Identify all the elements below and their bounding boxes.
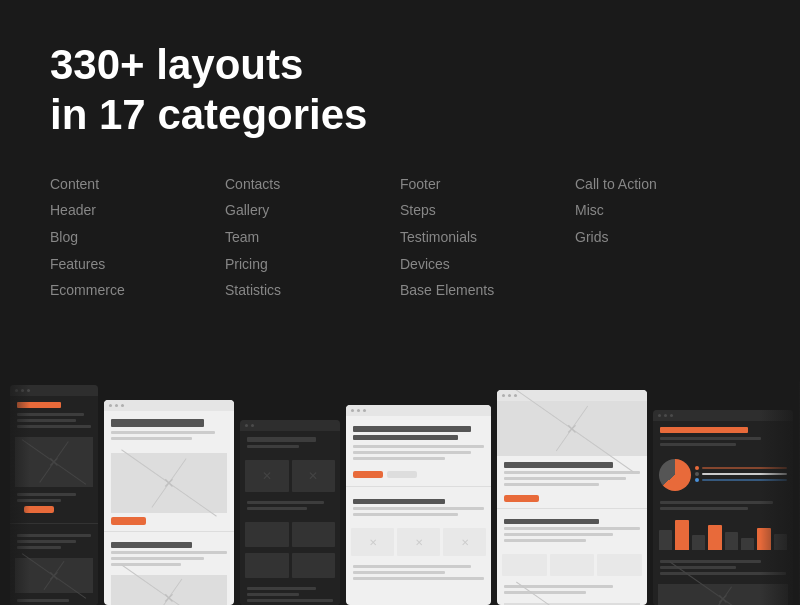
previews-section: ✕ ✕ xyxy=(0,360,800,605)
pie-chart-icon xyxy=(659,459,691,491)
fade-left xyxy=(0,360,30,605)
headline: 330+ layouts in 17 categories xyxy=(50,40,750,141)
category-item: Ecommerce xyxy=(50,277,225,304)
category-item: Content xyxy=(50,171,225,198)
category-item: Steps xyxy=(400,197,575,224)
preview-card-4[interactable]: ✕ ✕ ✕ xyxy=(346,405,491,605)
category-col-1: Content Header Blog Features Ecommerce xyxy=(50,171,225,304)
category-item: Contacts xyxy=(225,171,400,198)
category-item: Blog xyxy=(50,224,225,251)
category-item: Team xyxy=(225,224,400,251)
placeholder-icon-5: ✕ xyxy=(566,421,578,437)
placeholder-icon: ✕ xyxy=(48,454,60,470)
category-item: Devices xyxy=(400,251,575,278)
category-col-2: Contacts Gallery Team Pricing Statistics xyxy=(225,171,400,304)
placeholder-icon-2: ✕ xyxy=(48,568,60,584)
headline-line1: 330+ layouts xyxy=(50,40,750,90)
preview-card-5[interactable]: ✕ xyxy=(497,390,647,605)
category-col-3: Footer Steps Testimonials Devices Base E… xyxy=(400,171,575,304)
category-item: Grids xyxy=(575,224,750,251)
categories-grid: Content Header Blog Features Ecommerce C… xyxy=(50,171,750,324)
category-item: Features xyxy=(50,251,225,278)
category-item: Gallery xyxy=(225,197,400,224)
headline-line2: in 17 categories xyxy=(50,90,750,140)
placeholder-icon-7: ✕ xyxy=(717,591,729,605)
placeholder-icon-4: ✕ xyxy=(163,590,175,606)
category-item: Header xyxy=(50,197,225,224)
preview-card-3[interactable]: ✕ ✕ xyxy=(240,420,340,605)
cards-row: ✕ ✕ xyxy=(0,360,800,605)
category-item: Statistics xyxy=(225,277,400,304)
category-item: Call to Action xyxy=(575,171,750,198)
category-item: Misc xyxy=(575,197,750,224)
category-item: Base Elements xyxy=(400,277,575,304)
top-section: 330+ layouts in 17 categories Content He… xyxy=(0,0,800,344)
preview-card-2[interactable]: ✕ ✕ xyxy=(104,400,234,605)
category-item: Pricing xyxy=(225,251,400,278)
category-col-4: Call to Action Misc Grids xyxy=(575,171,750,304)
category-item: Footer xyxy=(400,171,575,198)
category-item: Testimonials xyxy=(400,224,575,251)
fade-right xyxy=(760,360,800,605)
placeholder-icon-3: ✕ xyxy=(163,475,175,491)
